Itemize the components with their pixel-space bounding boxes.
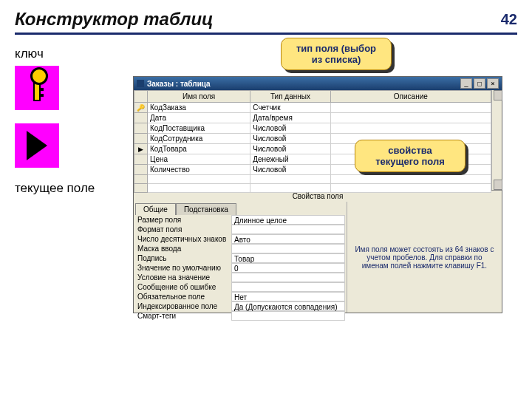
property-value[interactable]: Да (Допускаются совпадения) xyxy=(231,301,345,311)
cell-name[interactable] xyxy=(148,184,250,193)
property-label: Условие на значение xyxy=(135,273,231,282)
rowhdr-blank xyxy=(134,91,148,103)
cell-type[interactable]: Дата/время xyxy=(250,113,330,123)
property-label: Маска ввода xyxy=(135,244,231,253)
col-name: Имя поля xyxy=(148,91,250,103)
cell-type[interactable] xyxy=(250,184,330,193)
minimize-button[interactable]: _ xyxy=(460,78,472,89)
property-label: Формат поля xyxy=(135,225,231,234)
cell-name[interactable] xyxy=(148,175,250,184)
property-value[interactable]: Товар xyxy=(231,253,345,263)
callout-type: тип поля (выбор из списка) xyxy=(281,38,392,70)
maximize-button[interactable]: □ xyxy=(474,78,485,89)
property-value[interactable] xyxy=(231,282,345,292)
tab-general[interactable]: Общие xyxy=(135,203,176,215)
property-label: Обязательное поле xyxy=(135,292,231,301)
property-value[interactable]: 0 xyxy=(231,263,345,273)
property-label: Смарт-теги xyxy=(135,311,231,321)
property-row: Обязательное полеНет xyxy=(135,292,345,301)
hint-pane: Имя поля может состоять из 64 знаков с у… xyxy=(347,202,502,313)
property-value[interactable] xyxy=(231,244,345,253)
property-row: Индексированное полеДа (Допускаются совп… xyxy=(135,301,345,311)
property-row: Формат поля xyxy=(135,225,345,234)
property-label: Число десятичных знаков xyxy=(135,234,231,244)
row-selector[interactable] xyxy=(134,113,148,123)
close-button[interactable]: × xyxy=(487,78,499,89)
cell-desc[interactable] xyxy=(330,123,491,134)
property-row: Смарт-теги xyxy=(135,311,345,321)
cell-name[interactable]: Цена xyxy=(148,154,250,165)
cell-desc[interactable] xyxy=(330,175,491,184)
key-icon xyxy=(15,66,59,110)
tab-lookup[interactable]: Подстановка xyxy=(176,203,236,215)
col-type: Тип данных xyxy=(250,91,330,103)
cell-name[interactable]: КодЗаказа xyxy=(148,103,250,113)
cell-name[interactable]: КодПоставщика xyxy=(148,123,250,134)
cell-desc[interactable] xyxy=(330,103,491,113)
cell-name[interactable]: Дата xyxy=(148,113,250,123)
property-row: Маска ввода xyxy=(135,244,345,253)
cell-type[interactable] xyxy=(250,175,330,184)
property-label: Подпись xyxy=(135,253,231,263)
app-icon xyxy=(137,80,144,87)
cell-desc[interactable] xyxy=(330,184,491,193)
cell-name[interactable]: Количество xyxy=(148,165,250,175)
cell-type[interactable]: Счетчик xyxy=(250,103,330,113)
row-selector[interactable] xyxy=(134,175,148,184)
property-value[interactable] xyxy=(231,273,345,282)
row-selector[interactable] xyxy=(134,134,148,144)
property-value[interactable] xyxy=(231,225,345,234)
row-selector[interactable] xyxy=(134,123,148,134)
row-selector[interactable] xyxy=(134,184,148,193)
property-row: Число десятичных знаковАвто xyxy=(135,234,345,244)
property-value[interactable]: Нет xyxy=(231,292,345,301)
page-number: 42 xyxy=(501,11,517,28)
property-label: Сообщение об ошибке xyxy=(135,282,231,292)
cell-name[interactable]: КодСотрудника xyxy=(148,134,250,144)
property-label: Индексированное поле xyxy=(135,301,231,311)
row-selector[interactable]: ▶ xyxy=(134,144,148,154)
property-row: ПодписьТовар xyxy=(135,253,345,263)
property-label: Размер поля xyxy=(135,215,231,225)
property-row: Значение по умолчанию0 xyxy=(135,263,345,273)
row-selector[interactable] xyxy=(134,154,148,165)
window-title: Заказы : таблица xyxy=(147,80,211,88)
cell-type[interactable]: Числовой xyxy=(250,134,330,144)
label-current-field: текущее поле xyxy=(15,181,103,196)
designer-window: Заказы : таблица _ □ × Имя поля Тип данн… xyxy=(133,76,502,313)
property-row: Условие на значение xyxy=(135,273,345,282)
cell-desc[interactable] xyxy=(330,113,491,123)
row-selector[interactable]: 🔑 xyxy=(134,103,148,113)
callout-props: свойства текущего поля xyxy=(355,140,466,172)
row-selector[interactable] xyxy=(134,165,148,175)
grid-scrollbar[interactable] xyxy=(491,90,502,190)
property-value[interactable] xyxy=(231,311,345,321)
arrow-icon xyxy=(15,123,59,168)
property-value[interactable]: Длинное целое xyxy=(231,215,345,225)
property-row: Размер поляДлинное целое xyxy=(135,215,345,225)
cell-type[interactable]: Числовой xyxy=(250,123,330,134)
cell-type[interactable]: Числовой xyxy=(250,144,330,154)
page-title: Конструктор таблиц xyxy=(15,9,214,30)
cell-name[interactable]: КодТовара xyxy=(148,144,250,154)
label-key: ключ xyxy=(15,47,103,61)
cell-type[interactable]: Денежный xyxy=(250,154,330,165)
property-row: Сообщение об ошибке xyxy=(135,282,345,292)
property-list: Размер поляДлинное целоеФормат поляЧисло… xyxy=(135,215,345,321)
property-value[interactable]: Авто xyxy=(231,234,345,244)
col-desc: Описание xyxy=(330,91,491,103)
titlebar: Заказы : таблица _ □ × xyxy=(134,77,502,90)
property-label: Значение по умолчанию xyxy=(135,263,231,273)
cell-type[interactable]: Числовой xyxy=(250,165,330,175)
